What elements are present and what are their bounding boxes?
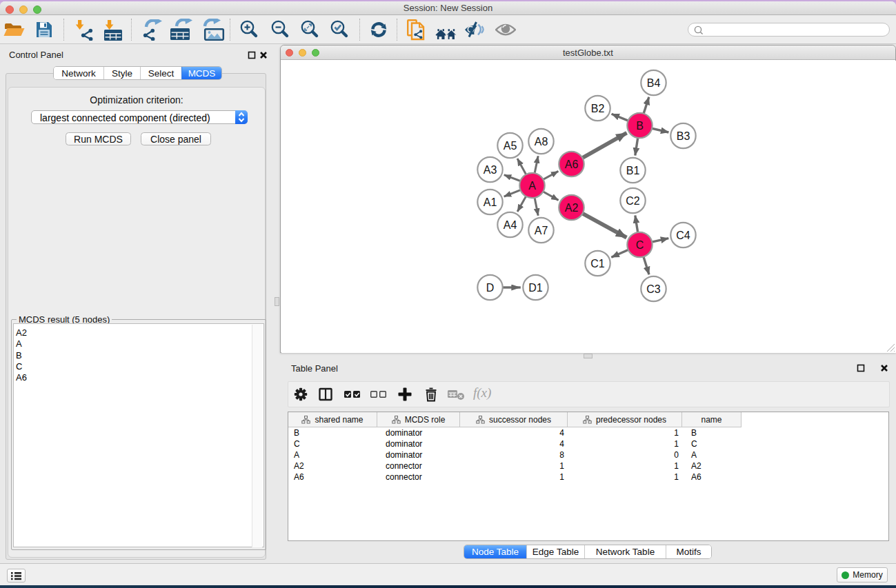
svg-text:D1: D1: [528, 282, 543, 294]
svg-text:A2: A2: [565, 202, 579, 214]
svg-text:C3: C3: [646, 283, 661, 295]
svg-text:A7: A7: [535, 225, 548, 236]
svg-text:B2: B2: [591, 103, 605, 114]
svg-text:C1: C1: [590, 258, 605, 270]
svg-text:C: C: [636, 239, 644, 251]
svg-text:B: B: [636, 120, 644, 132]
svg-text:A3: A3: [484, 164, 497, 176]
svg-text:B4: B4: [647, 77, 661, 89]
svg-text:A6: A6: [565, 159, 579, 170]
svg-text:A4: A4: [504, 219, 517, 231]
svg-text:A1: A1: [484, 196, 497, 208]
svg-text:A5: A5: [504, 140, 517, 152]
svg-text:C2: C2: [626, 195, 640, 207]
svg-text:B3: B3: [677, 130, 690, 142]
svg-text:D: D: [486, 282, 495, 294]
svg-text:C4: C4: [676, 230, 690, 241]
svg-text:A: A: [528, 180, 536, 192]
svg-text:A8: A8: [535, 136, 548, 148]
svg-text:B1: B1: [626, 165, 640, 176]
